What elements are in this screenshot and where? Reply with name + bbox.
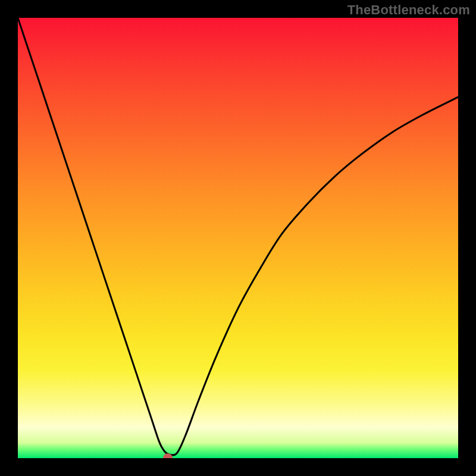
chart-frame: TheBottleneck.com xyxy=(0,0,476,476)
curve-svg xyxy=(18,18,458,458)
curve-path xyxy=(18,18,458,455)
watermark-text: TheBottleneck.com xyxy=(347,2,470,18)
plot-area xyxy=(18,18,458,458)
